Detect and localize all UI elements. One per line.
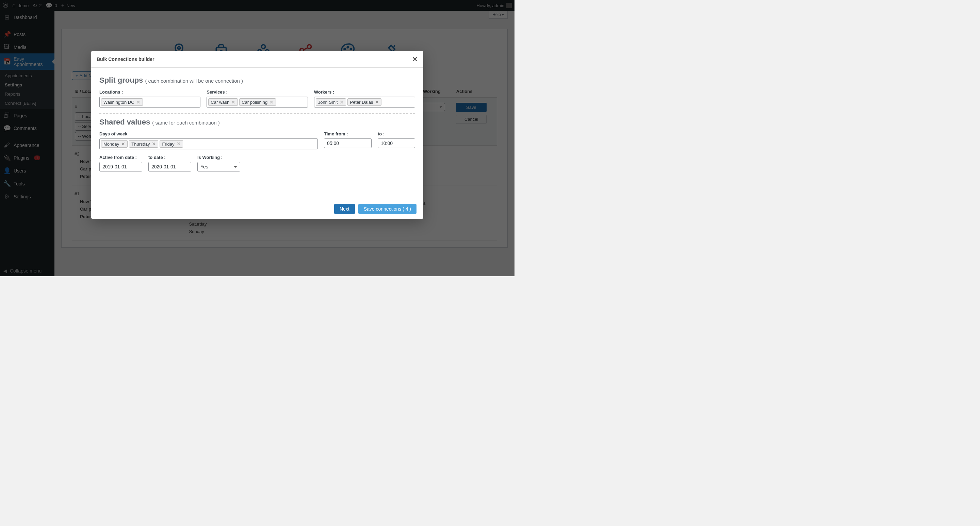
to-date-input[interactable] <box>148 162 191 172</box>
divider <box>99 113 415 114</box>
bulk-connections-modal: Bulk Connections builder ✕ Split groups … <box>91 51 423 219</box>
day-tag: Friday✕ <box>159 140 183 148</box>
worker-tag: John Smit✕ <box>316 99 347 106</box>
worker-tag: Peter Dalas✕ <box>347 99 382 106</box>
services-label: Services : <box>207 89 308 95</box>
close-icon[interactable]: ✕ <box>412 55 418 63</box>
days-label: Days of week <box>99 131 318 137</box>
locations-label: Locations : <box>99 89 200 95</box>
locations-input[interactable]: Washington DC✕ <box>99 97 200 108</box>
service-tag: Car wash✕ <box>208 99 238 106</box>
time-to-label: to : <box>378 131 415 137</box>
is-working-label: Is Working : <box>197 155 240 160</box>
remove-tag-icon[interactable]: ✕ <box>137 99 140 105</box>
to-date-label: to date : <box>148 155 191 160</box>
active-from-input[interactable] <box>99 162 142 172</box>
remove-tag-icon[interactable]: ✕ <box>340 99 344 105</box>
location-tag: Washington DC✕ <box>101 99 143 106</box>
remove-tag-icon[interactable]: ✕ <box>269 99 274 105</box>
is-working-select[interactable]: Yes <box>197 162 240 172</box>
day-tag: Thursday✕ <box>129 140 158 148</box>
remove-tag-icon[interactable]: ✕ <box>152 141 156 147</box>
active-from-label: Active from date : <box>99 155 142 160</box>
workers-input[interactable]: John Smit✕ Peter Dalas✕ <box>314 97 415 108</box>
remove-tag-icon[interactable]: ✕ <box>231 99 235 105</box>
next-button[interactable]: Next <box>334 204 355 214</box>
time-from-label: Time from : <box>324 131 372 137</box>
service-tag: Car polishing✕ <box>239 99 276 106</box>
days-input[interactable]: Monday✕ Thursday✕ Friday✕ <box>99 138 318 149</box>
remove-tag-icon[interactable]: ✕ <box>121 141 125 147</box>
workers-label: Workers : <box>314 89 415 95</box>
remove-tag-icon[interactable]: ✕ <box>177 141 181 147</box>
time-to-input[interactable] <box>378 138 415 148</box>
time-from-input[interactable] <box>324 138 372 148</box>
modal-title: Bulk Connections builder <box>97 56 154 62</box>
services-input[interactable]: Car wash✕ Car polishing✕ <box>207 97 308 108</box>
remove-tag-icon[interactable]: ✕ <box>375 99 379 105</box>
day-tag: Monday✕ <box>101 140 127 148</box>
save-connections-button[interactable]: Save connections ( 4 ) <box>358 204 417 214</box>
